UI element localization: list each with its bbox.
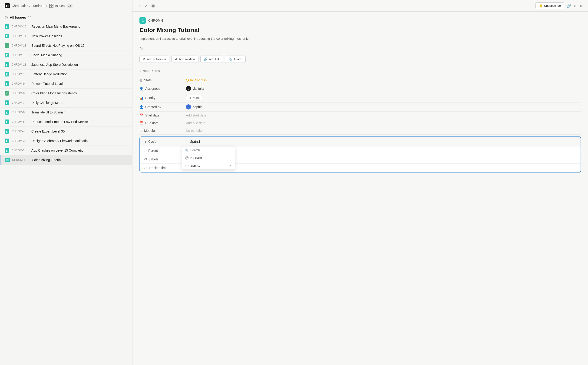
issues-label: Issues [55, 4, 65, 8]
list-item[interactable]: ✓CHROM-13Sound Effects Not Playing on iO… [0, 41, 132, 50]
created-by-property-row: 👤 Created by S sophia [139, 103, 581, 112]
parent-icon: ⊞ [144, 149, 146, 153]
priority-badge: ⊘ None [186, 95, 202, 100]
list-item[interactable]: ◧CHROM-11Japanese App Store Description [0, 60, 132, 70]
sub-issue-icon: ⊕ [143, 57, 145, 61]
due-date-label: 📅 Due date [139, 121, 186, 125]
in-progress-icon [186, 79, 189, 82]
issue-id: CHROM-12 [12, 54, 29, 57]
cycle-label: ◑ Cycle [144, 140, 190, 143]
due-date-value[interactable]: Add due date [186, 121, 581, 125]
all-issues-icon: ◎ [5, 15, 8, 20]
list-item[interactable]: ✓CHROM-8Color Blind Mode Inconsistency [0, 89, 132, 98]
issue-id: CHROM-13 [12, 44, 29, 47]
issue-status-icon: ✓ [5, 43, 9, 48]
expand-icon[interactable]: ⤢ [145, 3, 148, 8]
svg-rect-0 [49, 4, 51, 6]
issue-status-icon: ◧ [5, 158, 10, 162]
breadcrumb: Chromatic Conundrum › Issues 15 [0, 0, 132, 12]
state-property-row: ◎ State In Progress [139, 77, 581, 84]
detail-toolbar: → ⤢ ▣ 🔔 Unsubscribe 🔗 🗑 🗑 [132, 0, 588, 12]
issue-id: CHROM-1 [12, 158, 29, 161]
state-label: ◎ State [139, 78, 186, 82]
list-item[interactable]: ◧CHROM-14New Power-Up Icons [0, 31, 132, 41]
issue-description: Implement an interactive tutorial level … [139, 36, 581, 41]
breadcrumb-separator: › [46, 4, 48, 8]
issue-id: CHROM-11 [12, 63, 29, 66]
link-icon[interactable]: 🔗 [567, 3, 571, 8]
cycle-option-sprint1[interactable]: Sprint1 ✓ [182, 161, 235, 169]
add-link-button[interactable]: 🔗 Add link [200, 56, 223, 63]
issue-id: CHROM-3 [12, 139, 29, 142]
unsubscribe-button[interactable]: 🔔 Unsubscribe [535, 2, 564, 9]
add-sub-issue-button[interactable]: ⊕ Add sub-issue [139, 56, 169, 63]
issue-status-icon: ◧ [5, 139, 9, 143]
app-logo-icon [5, 3, 10, 8]
list-item[interactable]: ◧CHROM-12Social Media Sharing [0, 50, 132, 60]
issue-title: Color Blind Mode Inconsistency [31, 91, 77, 95]
issue-title: Reduce Load Time on Low-End Devices [31, 120, 90, 124]
list-item[interactable]: ◧CHROM-1Color Mixing Tutorial [0, 155, 132, 165]
issue-status-icon: ◧ [5, 24, 9, 29]
list-item[interactable]: ◧CHROM-4Create Expert Level 30 [0, 127, 132, 136]
assignees-label: 👤 Assignees [139, 87, 186, 91]
list-item[interactable]: ◧CHROM-9Rework Tutorial Levels [0, 79, 132, 89]
cycle-checkmark-icon: ✓ [229, 164, 232, 167]
search-icon: 🔍 [185, 148, 188, 152]
issue-status-icon: ◧ [5, 110, 9, 115]
cycle-search-row: 🔍 [182, 147, 235, 154]
sprint1-label: Sprint1 [190, 164, 200, 167]
issue-id: CHROM-14 [12, 35, 29, 38]
list-item[interactable]: ◧CHROM-3Design Celebratory Fireworks Ani… [0, 136, 132, 146]
assignees-value[interactable]: D daniella [186, 86, 581, 91]
archive-icon[interactable]: 🗑 [574, 4, 577, 8]
issue-title: Sound Effects Not Playing on iOS 15 [31, 44, 85, 47]
list-item[interactable]: ◧CHROM-15Redesign Main Menu Background [0, 22, 132, 31]
link-icon: 🔗 [204, 57, 208, 61]
issues-list: ◧CHROM-15Redesign Main Menu Background◧C… [0, 22, 132, 365]
state-value[interactable]: In Progress [186, 78, 581, 82]
issue-title: Battery Usage Reduction [31, 72, 68, 76]
start-date-value[interactable]: Add start date [186, 113, 581, 117]
in-progress-badge: In Progress [186, 78, 207, 82]
add-relation-button[interactable]: ⇌ Add relation [171, 56, 198, 63]
due-date-property-row: 📅 Due date Add due date [139, 119, 581, 127]
modules-value[interactable]: No module [186, 129, 581, 133]
main-content: ⬡ CHROM-1 Color Mixing Tutorial Implemen… [132, 12, 588, 365]
issue-title: Design Celebratory Fireworks Animation [31, 139, 90, 143]
issue-id: CHROM-10 [12, 72, 29, 76]
toolbar-right: 🔔 Unsubscribe 🔗 🗑 🗑 [535, 2, 583, 9]
no-cycle-option-left: ◑ No cycle [185, 156, 202, 160]
list-item[interactable]: ◧CHROM-7Daily Challenge Mode [0, 98, 132, 108]
attach-button[interactable]: 📎 Attach [225, 56, 246, 63]
left-panel: Chromatic Conundrum › Issues 15 ◎ All Is… [0, 0, 132, 365]
sidebar-icon[interactable]: ▣ [151, 3, 155, 8]
issue-title: App Crashes on Level 15 Completion [31, 148, 85, 152]
priority-value[interactable]: ⊘ None [186, 95, 581, 100]
issue-id: CHROM-2 [12, 149, 29, 152]
issue-id: CHROM-6 [12, 111, 29, 114]
delete-icon[interactable]: 🗑 [580, 4, 583, 8]
issue-main-title: Color Mixing Tutorial [139, 27, 581, 34]
cycle-search-input[interactable] [190, 148, 232, 152]
assignees-property-row: 👤 Assignees D daniella [139, 84, 581, 93]
cycle-value[interactable]: Sprint1 [190, 140, 577, 143]
cycle-property-row[interactable]: ◑ Cycle Sprint1 🔍 [140, 137, 581, 146]
bell-icon: 🔔 [539, 4, 543, 7]
properties-section: Properties ◎ State In Progress 👤 [139, 69, 581, 173]
state-icon: ◎ [139, 78, 142, 82]
assignees-icon: 👤 [139, 87, 143, 91]
all-issues-title: All Issues [10, 15, 26, 19]
issue-title: Color Mixing Tutorial [32, 158, 62, 162]
arrow-right-icon[interactable]: → [137, 4, 141, 8]
all-issues-count: 15 [28, 16, 31, 19]
list-item[interactable]: ◧CHROM-6Translate UI to Spanish [0, 108, 132, 117]
no-cycle-icon: ◑ [185, 156, 188, 160]
list-item[interactable]: ◧CHROM-10Battery Usage Reduction [0, 70, 132, 79]
list-item[interactable]: ◧CHROM-2App Crashes on Level 15 Completi… [0, 146, 132, 155]
action-buttons: ⊕ Add sub-issue ⇌ Add relation 🔗 Add lin… [139, 56, 581, 63]
attach-icon: 📎 [228, 57, 232, 61]
svg-rect-3 [52, 6, 53, 8]
list-item[interactable]: ◧CHROM-5Reduce Load Time on Low-End Devi… [0, 117, 132, 127]
cycle-option-no-cycle[interactable]: ◑ No cycle [182, 154, 235, 161]
